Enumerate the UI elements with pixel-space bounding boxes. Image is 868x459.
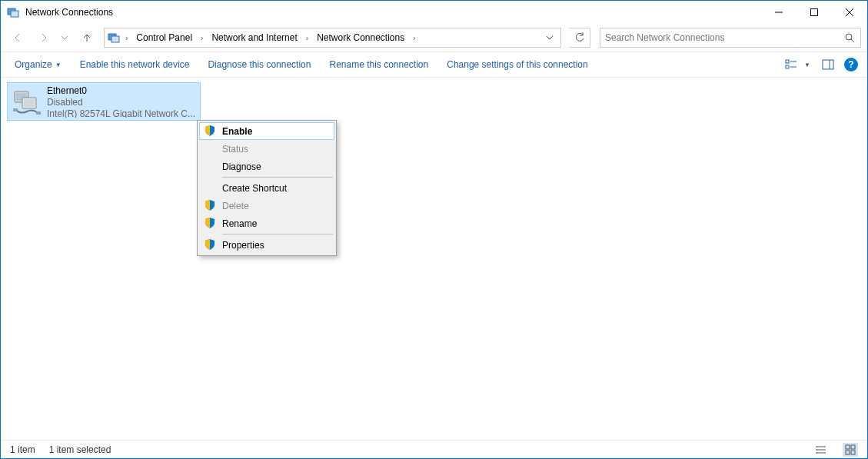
shield-icon [204, 125, 216, 137]
search-placeholder: Search Network Connections [605, 32, 724, 43]
status-selected-count: 1 item selected [49, 444, 111, 455]
nav-recent-dropdown[interactable] [59, 27, 70, 48]
shield-icon [204, 199, 216, 211]
navigation-bar: › Control Panel › Network and Internet ›… [1, 24, 867, 52]
context-menu-status: Status [199, 140, 334, 158]
svg-rect-7 [111, 36, 119, 42]
context-menu-rename[interactable]: Rename [199, 215, 334, 232]
window-title: Network Connections [25, 7, 113, 18]
svg-point-26 [816, 449, 817, 451]
help-button[interactable]: ? [844, 58, 858, 72]
svg-rect-29 [851, 445, 855, 449]
view-options-button[interactable] [781, 55, 801, 75]
svg-rect-11 [786, 65, 789, 68]
enable-device-command[interactable]: Enable this network device [72, 56, 198, 73]
nav-up-button[interactable] [78, 28, 96, 47]
svg-rect-28 [846, 445, 850, 449]
breadcrumb-network-connections[interactable]: Network Connections [314, 28, 407, 47]
close-button[interactable] [832, 1, 867, 24]
svg-rect-20 [13, 108, 18, 111]
search-icon [843, 32, 856, 44]
change-settings-command[interactable]: Change settings of this connection [439, 56, 595, 73]
nav-back-button[interactable] [7, 27, 28, 48]
svg-rect-10 [786, 60, 789, 63]
shield-icon [204, 238, 216, 251]
preview-pane-button[interactable] [818, 55, 838, 75]
svg-rect-30 [846, 451, 850, 454]
svg-line-9 [851, 39, 854, 42]
chevron-right-icon[interactable]: › [198, 34, 205, 42]
search-input[interactable]: Search Network Connections [600, 28, 861, 48]
svg-rect-31 [851, 451, 855, 454]
command-bar: Organize▼ Enable this network device Dia… [1, 52, 867, 78]
view-options-dropdown[interactable]: ▼ [804, 62, 810, 68]
context-menu-properties[interactable]: Properties [199, 236, 334, 254]
status-bar: 1 item 1 item selected [1, 440, 867, 458]
context-menu: Enable Status Diagnose Create Shortcut D… [197, 120, 337, 256]
minimize-button[interactable] [761, 1, 796, 24]
content-area[interactable]: Ethernet0 Disabled Intel(R) 82574L Gigab… [1, 78, 867, 440]
address-dropdown-button[interactable] [542, 28, 557, 47]
svg-rect-1 [11, 11, 18, 17]
organize-menu[interactable]: Organize▼ [7, 56, 69, 73]
address-bar[interactable]: › Control Panel › Network and Internet ›… [104, 28, 561, 48]
network-adapter-icon [12, 87, 42, 118]
svg-rect-21 [36, 111, 41, 115]
context-menu-separator [222, 177, 333, 178]
context-menu-separator [222, 234, 333, 234]
svg-rect-19 [24, 99, 35, 107]
details-view-button[interactable] [813, 443, 829, 457]
context-menu-delete: Delete [199, 197, 334, 215]
svg-rect-3 [811, 9, 818, 16]
adapter-description: Intel(R) 82574L Gigabit Network C... [47, 108, 195, 118]
shield-icon [204, 217, 216, 229]
status-item-count: 1 item [10, 444, 35, 455]
svg-point-8 [846, 34, 852, 40]
adapter-name: Ethernet0 [47, 85, 195, 97]
titlebar: Network Connections [1, 1, 867, 24]
app-icon [7, 6, 19, 18]
svg-point-25 [816, 446, 817, 447]
svg-rect-14 [823, 60, 833, 69]
rename-command[interactable]: Rename this connection [321, 56, 436, 73]
maximize-button[interactable] [796, 1, 832, 24]
nav-forward-button[interactable] [33, 27, 55, 48]
location-icon [108, 32, 120, 44]
refresh-button[interactable] [569, 28, 590, 48]
diagnose-command[interactable]: Diagnose this connection [200, 56, 318, 73]
context-menu-enable[interactable]: Enable [199, 122, 334, 140]
breadcrumb-control-panel[interactable]: Control Panel [133, 28, 195, 47]
svg-point-27 [816, 452, 817, 454]
chevron-right-icon[interactable]: › [411, 34, 417, 42]
large-icons-view-button[interactable] [843, 443, 858, 457]
breadcrumb-network-and-internet[interactable]: Network and Internet [208, 28, 300, 47]
window-controls [761, 1, 867, 24]
context-menu-diagnose[interactable]: Diagnose [199, 158, 334, 175]
adapter-status: Disabled [47, 97, 195, 108]
chevron-right-icon[interactable]: › [123, 34, 130, 42]
chevron-right-icon[interactable]: › [304, 34, 311, 42]
context-menu-create-shortcut[interactable]: Create Shortcut [199, 179, 334, 197]
network-adapter-item[interactable]: Ethernet0 Disabled Intel(R) 82574L Gigab… [7, 82, 201, 121]
